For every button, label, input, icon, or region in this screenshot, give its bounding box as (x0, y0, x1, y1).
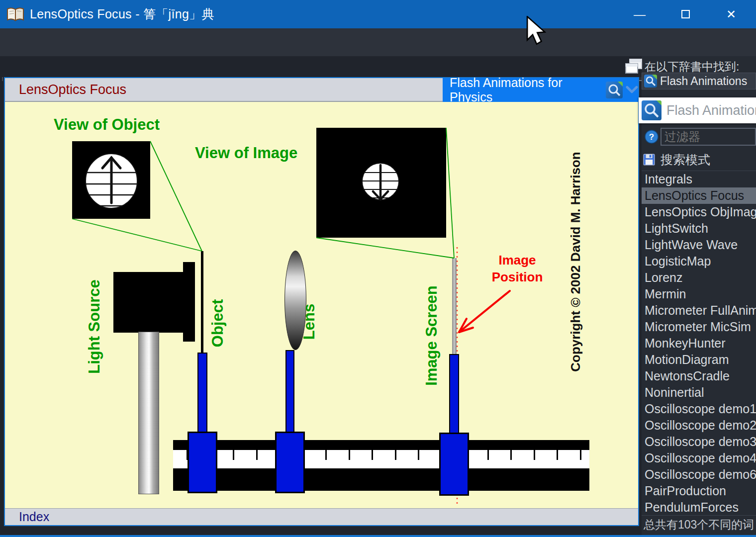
word-list-item[interactable]: Integrals (642, 171, 756, 187)
word-list-item[interactable]: PairProduction (642, 483, 756, 499)
word-list-item[interactable]: Oscilloscope demo1 (642, 401, 756, 417)
word-list-item[interactable]: LightSwitch (642, 220, 756, 237)
image-screen-bar[interactable] (452, 258, 457, 355)
article-footer: Index (5, 508, 638, 525)
label-lens: Lens (300, 302, 318, 342)
light-source-snout (183, 262, 195, 342)
word-list: Integrals LensOptics Focus LensOptics Ob… (642, 171, 756, 516)
bench-scale (173, 450, 589, 468)
svg-text:?: ? (649, 132, 654, 142)
maximize-icon (681, 10, 690, 18)
word-list-item[interactable]: Oscilloscope demo3 (642, 434, 756, 450)
dictionary-name: Flash Animations for Physics (450, 76, 601, 104)
label-image-position: Image Position (477, 252, 557, 286)
dictionary-sidebar: 在以下辞書中找到: Flash Animations ? 搜索模式 (642, 56, 756, 537)
label-light-source: Light Source (86, 267, 103, 386)
word-list-item[interactable]: MonkeyHunter (642, 335, 756, 352)
dictionary-popup-row[interactable]: Flash Animation (639, 97, 756, 123)
light-source-housing (113, 272, 184, 333)
window-title: LensOptics Focus - 箐「jīng」典 (30, 6, 214, 22)
word-count-status: 总共有103个不同的词 (644, 517, 754, 533)
screen-holder-base[interactable] (439, 433, 469, 496)
screen-holder-rod[interactable] (449, 354, 459, 434)
cascade-windows-icon (625, 58, 643, 74)
app-window: LensOptics Focus - 箐「jīng」典 — ✕ 科学 Le (0, 0, 756, 537)
object-arrow-line[interactable] (201, 251, 203, 355)
found-dictionary-item[interactable]: Flash Animations (642, 73, 756, 90)
label-object: Object (209, 293, 227, 353)
word-list-item[interactable]: Micrometer MicSim (642, 319, 756, 335)
article-headword: LensOptics Focus (19, 82, 126, 97)
dictionary-icon (642, 100, 662, 120)
word-list-item[interactable]: Oscilloscope demo4 (642, 450, 756, 466)
word-list-item[interactable]: Noninertial (642, 384, 756, 401)
dictionary-icon[interactable] (606, 82, 623, 98)
word-list-item[interactable]: NewtonsCradle (642, 368, 756, 384)
label-view-of-image: View of Image (195, 144, 297, 162)
word-list-item[interactable]: PendulumForces (642, 499, 756, 516)
app-book-icon (6, 6, 25, 23)
word-list-item[interactable]: Micrometer FullAnim (642, 302, 756, 319)
word-list-item-selected[interactable]: LensOptics Focus (642, 187, 756, 204)
word-list-item[interactable]: Lorenz (642, 269, 756, 286)
help-icon[interactable]: ? (645, 130, 659, 144)
article-panel: LensOptics Focus Flash Animations for Ph… (4, 77, 639, 526)
label-image-screen: Image Screen (423, 282, 441, 389)
window-bottom-border (0, 535, 756, 537)
lens-holder-base[interactable] (275, 432, 305, 493)
search-mode-row[interactable]: 搜索模式 (643, 151, 710, 169)
view-of-object-box (72, 141, 150, 219)
word-list-item[interactable]: Oscilloscope demo2 (642, 417, 756, 434)
word-list-item[interactable]: LensOptics ObjImag (642, 204, 756, 220)
expand-article-button[interactable] (625, 58, 643, 74)
close-icon: ✕ (726, 7, 736, 21)
word-list-item[interactable]: Mermin (642, 286, 756, 302)
minimize-button[interactable]: — (617, 0, 662, 28)
optical-bench (173, 440, 589, 491)
floppy-save-icon (643, 153, 656, 166)
word-list-item[interactable]: MotionDiagram (642, 352, 756, 368)
magnifier-glyph (606, 82, 623, 98)
index-link[interactable]: Index (19, 510, 49, 524)
title-bar: LensOptics Focus - 箐「jīng」典 — ✕ (0, 0, 756, 28)
search-mode-label: 搜索模式 (661, 152, 710, 168)
minimize-icon: — (634, 7, 646, 21)
image-position-arrow (459, 291, 510, 332)
object-holder-rod[interactable] (197, 353, 207, 433)
word-list-item[interactable]: LightWave Wave (642, 237, 756, 253)
filter-input[interactable] (661, 128, 756, 146)
close-button[interactable]: ✕ (708, 0, 754, 28)
article-header: LensOptics Focus Flash Animations for Ph… (5, 78, 638, 102)
article-body: View of Object View of Image Light Sourc… (5, 103, 638, 508)
popup-dictionary-name: Flash Animation (666, 103, 756, 118)
main-toolbar: 科学 LensOptics Focus (0, 28, 756, 56)
chevron-down-icon[interactable] (626, 86, 638, 94)
view-of-image-box (316, 128, 446, 238)
dictionary-title-bar[interactable]: Flash Animations for Physics (443, 78, 638, 102)
found-dictionary-name: Flash Animations (660, 75, 747, 88)
word-list-item[interactable]: Oscilloscope demo6 (642, 466, 756, 483)
dictionary-icon (644, 75, 657, 88)
label-view-of-object: View of Object (54, 116, 160, 134)
object-holder-base[interactable] (188, 432, 217, 493)
lens-holder-rod[interactable] (285, 350, 294, 433)
light-source-pole (138, 332, 159, 494)
label-copyright: Copyright © 2002 David M. Harrison (568, 145, 583, 379)
word-list-item[interactable]: LogisticMap (642, 253, 756, 269)
maximize-button[interactable] (662, 0, 708, 28)
